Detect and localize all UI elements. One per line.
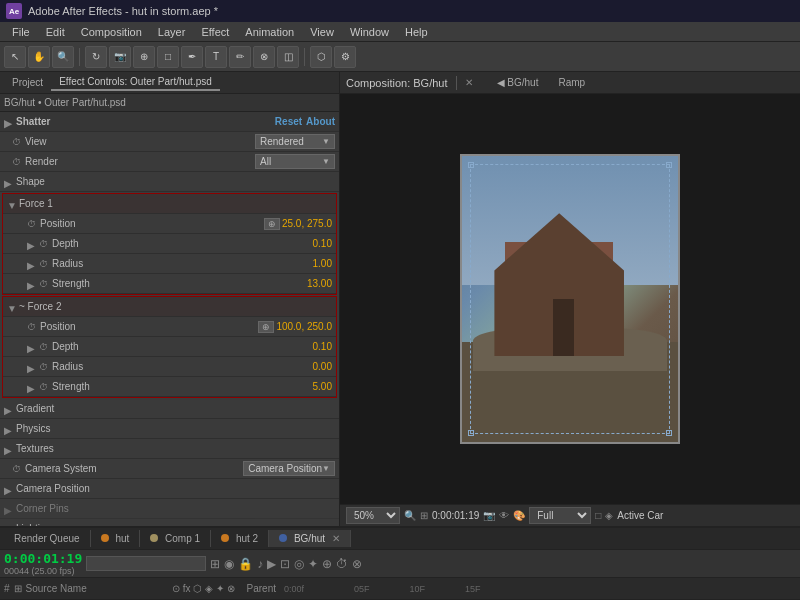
- shape-arrow: ▶: [4, 178, 12, 186]
- toolbar: ↖ ✋ 🔍 ↻ 📷 ⊕ □ ✒ T ✏ ⊗ ◫ ⬡ ⚙: [0, 42, 800, 72]
- f2pos-clock: ⏱: [27, 322, 36, 332]
- prop-shape[interactable]: ▶ Shape: [0, 172, 339, 192]
- puppet-tool[interactable]: ⚙: [334, 46, 356, 68]
- menu-effect[interactable]: Effect: [193, 24, 237, 40]
- tl-audio-icon[interactable]: ♪: [257, 557, 263, 571]
- menu-help[interactable]: Help: [397, 24, 436, 40]
- camera-tool[interactable]: 📷: [109, 46, 131, 68]
- bghut-close[interactable]: ✕: [332, 533, 340, 544]
- tl-lock-icon[interactable]: 🔒: [238, 557, 253, 571]
- tab-effect-controls[interactable]: Effect Controls: Outer Part/hut.psd: [51, 74, 220, 91]
- search-input[interactable]: [86, 556, 206, 571]
- selection-tool[interactable]: ↖: [4, 46, 26, 68]
- brush-tool[interactable]: ✏: [229, 46, 251, 68]
- prop-force2[interactable]: ▼ ~ Force 2: [3, 297, 336, 317]
- prop-force1[interactable]: ▼ Force 1: [3, 194, 336, 214]
- rect-tool[interactable]: □: [157, 46, 179, 68]
- camsys-clock: ⏱: [12, 464, 21, 474]
- tl-video-icon[interactable]: ▶: [267, 557, 276, 571]
- camsys-dropdown[interactable]: Camera Position ▼: [243, 461, 335, 476]
- f1depth-label: Depth: [52, 238, 79, 249]
- menu-window[interactable]: Window: [342, 24, 397, 40]
- layer-header: # ⊞ Source Name ⊙ fx ⬡ ◈ ✦ ⊗ Parent 0:00…: [0, 578, 800, 600]
- force2-arrow: ▼: [7, 303, 15, 311]
- prop-lighting[interactable]: ▶ Lighting: [0, 519, 339, 526]
- f2radius-value[interactable]: 0.00: [313, 361, 332, 372]
- view-dropdown[interactable]: Rendered ▼: [255, 134, 335, 149]
- prop-force1-depth: ▶ ⏱ Depth 0.10: [3, 234, 336, 254]
- f1strength-value[interactable]: 13.00: [307, 278, 332, 289]
- menu-file[interactable]: File: [4, 24, 38, 40]
- campos-arrow: ▶: [4, 485, 12, 493]
- prop-physics[interactable]: ▶ Physics: [0, 419, 339, 439]
- tab-hut2[interactable]: hut 2: [211, 530, 269, 547]
- comp-timecode: 0:00:01:19: [432, 510, 479, 521]
- menu-edit[interactable]: Edit: [38, 24, 73, 40]
- render-dropdown[interactable]: All ▼: [255, 154, 335, 169]
- comp-title-sep: [456, 76, 457, 90]
- menu-layer[interactable]: Layer: [150, 24, 194, 40]
- shatter-reset[interactable]: Reset: [275, 116, 302, 127]
- tl-solo-icon[interactable]: ◉: [224, 557, 234, 571]
- roto-tool[interactable]: ⬡: [310, 46, 332, 68]
- f1depth-clock: ⏱: [39, 239, 48, 249]
- f2strength-label: Strength: [52, 381, 90, 392]
- tab-render-queue[interactable]: Render Queue: [4, 530, 91, 547]
- zoom-select[interactable]: 50% 100% 25%: [346, 507, 400, 524]
- tl-time-icon[interactable]: ⏱: [336, 557, 348, 571]
- tab-bghut-label: BG/hut: [294, 533, 325, 544]
- shatter-about[interactable]: About: [306, 116, 335, 127]
- hut2-dot: [221, 534, 229, 542]
- gradient-label: Gradient: [16, 403, 54, 414]
- pan-tool[interactable]: ⊕: [133, 46, 155, 68]
- timeline-panel: Render Queue hut Comp 1 hut 2 BG/hut ✕ 0…: [0, 526, 800, 600]
- comp-close-btn[interactable]: ✕: [465, 77, 473, 88]
- tab-bghut-timeline[interactable]: BG/hut ✕: [269, 530, 351, 547]
- tab-bghut[interactable]: ◀ BG/hut: [489, 75, 547, 90]
- f2strength-value[interactable]: 5.00: [313, 381, 332, 392]
- tab-comp1[interactable]: Comp 1: [140, 530, 211, 547]
- tab-hut[interactable]: hut: [91, 530, 141, 547]
- hand-tool[interactable]: ✋: [28, 46, 50, 68]
- prop-force2-pos: ⏱ Position ⊕ 100.0, 250.0: [3, 317, 336, 337]
- f1depth-value[interactable]: 0.10: [313, 238, 332, 249]
- shatter-label: Shatter: [16, 116, 50, 127]
- tl-props-icon[interactable]: ⊞: [210, 557, 220, 571]
- f2pos-icon[interactable]: ⊕: [258, 321, 274, 333]
- f1radius-value[interactable]: 1.00: [313, 258, 332, 269]
- rotation-tool[interactable]: ↻: [85, 46, 107, 68]
- quality-select[interactable]: Full Half Quarter: [529, 507, 591, 524]
- prop-textures[interactable]: ▶ Textures: [0, 439, 339, 459]
- f2depth-label: Depth: [52, 341, 79, 352]
- prop-corner-pins[interactable]: ▶ Corner Pins: [0, 499, 339, 519]
- f2radius-clock: ⏱: [39, 362, 48, 372]
- tab-ramp[interactable]: Ramp: [550, 75, 593, 90]
- prop-shatter[interactable]: ▶ Shatter Reset About: [0, 112, 339, 132]
- main-area: Project Effect Controls: Outer Part/hut.…: [0, 72, 800, 526]
- prop-gradient[interactable]: ▶ Gradient: [0, 399, 339, 419]
- tl-adj-icon[interactable]: ◎: [294, 557, 304, 571]
- eraser-tool[interactable]: ◫: [277, 46, 299, 68]
- text-tool[interactable]: T: [205, 46, 227, 68]
- prop-camera-position[interactable]: ▶ Camera Position: [0, 479, 339, 499]
- render-label: Render: [25, 156, 58, 167]
- f2pos-value[interactable]: 100.0, 250.0: [276, 321, 332, 332]
- tl-motion-icon[interactable]: ⊡: [280, 557, 290, 571]
- menu-composition[interactable]: Composition: [73, 24, 150, 40]
- tl-comment-icon[interactable]: ⊗: [352, 557, 362, 571]
- menu-view[interactable]: View: [302, 24, 342, 40]
- f1pos-value[interactable]: 25.0, 275.0: [282, 218, 332, 229]
- pen-tool[interactable]: ✒: [181, 46, 203, 68]
- physics-arrow: ▶: [4, 425, 12, 433]
- comp-view[interactable]: [340, 94, 800, 504]
- tab-project[interactable]: Project: [4, 75, 51, 90]
- tl-null-icon[interactable]: ⊕: [322, 557, 332, 571]
- zoom-tool[interactable]: 🔍: [52, 46, 74, 68]
- stamp-tool[interactable]: ⊗: [253, 46, 275, 68]
- tl-3d-icon[interactable]: ✦: [308, 557, 318, 571]
- menu-animation[interactable]: Animation: [237, 24, 302, 40]
- hut-door: [553, 299, 575, 356]
- eye-icon: 👁: [499, 510, 509, 521]
- f1pos-icon[interactable]: ⊕: [264, 218, 280, 230]
- f2depth-value[interactable]: 0.10: [313, 341, 332, 352]
